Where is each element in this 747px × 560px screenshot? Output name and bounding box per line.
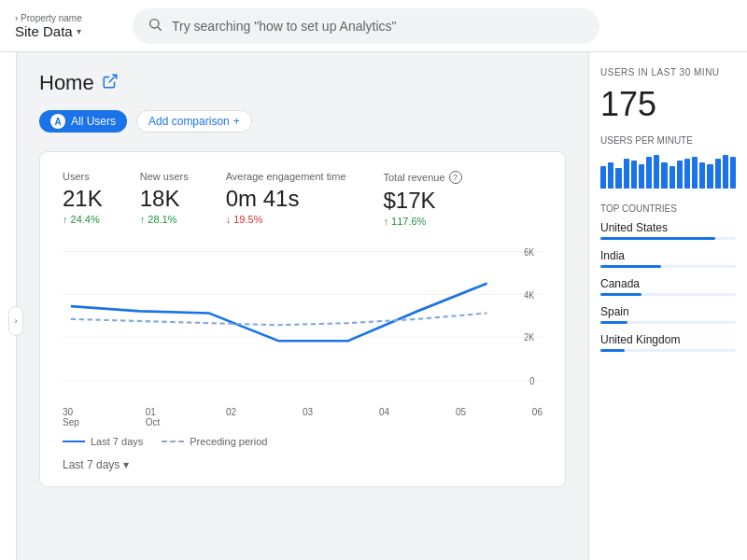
- country-name: United States: [600, 221, 736, 234]
- content-area: Home A All Users Add comparison +: [17, 52, 588, 560]
- mini-bar: [707, 164, 712, 189]
- country-bar-bg: [600, 349, 736, 352]
- metric-revenue-change: ↑ 117.6%: [384, 216, 462, 227]
- date-range-label: Last 7 days: [63, 458, 120, 471]
- search-placeholder-text: Try searching "how to set up Analytics": [172, 19, 397, 34]
- mini-bar: [654, 155, 659, 189]
- mini-bar: [669, 166, 675, 189]
- chart-container: 6K 4K 2K 0 30Sep 01Oct 02 03 04 05: [63, 242, 543, 428]
- realtime-title: USERS IN LAST 30 MINU: [600, 67, 736, 77]
- country-name: Spain: [600, 305, 736, 318]
- mini-bar: [715, 159, 721, 189]
- date-range-arrow-icon: ▾: [123, 458, 129, 471]
- country-item: United Kingdom: [600, 333, 736, 352]
- metric-engagement: Average engagement time 0m 41s ↓ 19.5%: [226, 171, 346, 227]
- metric-users-change: ↑ 24.4%: [63, 214, 103, 225]
- date-range-selector[interactable]: Last 7 days ▾: [63, 458, 543, 471]
- comparison-row: A All Users Add comparison +: [39, 110, 566, 133]
- search-bar[interactable]: Try searching "how to set up Analytics": [133, 8, 599, 44]
- badge-letter: A: [50, 114, 65, 129]
- search-icon: [148, 17, 162, 35]
- metric-engagement-value: 0m 41s: [226, 186, 346, 212]
- all-users-label: All Users: [71, 115, 116, 128]
- svg-point-0: [150, 19, 159, 27]
- page-title: Home: [39, 71, 94, 95]
- x-label-5: 05: [456, 407, 466, 427]
- country-item: India: [600, 249, 736, 268]
- country-item: United States: [600, 221, 736, 240]
- page-title-row: Home: [39, 71, 566, 95]
- help-icon[interactable]: ?: [449, 171, 462, 184]
- mini-bar: [661, 162, 667, 189]
- metric-new-users-change: ↑ 28.1%: [140, 214, 189, 225]
- mini-bar: [624, 159, 629, 189]
- chart-legend: Last 7 days Preceding period: [63, 436, 543, 447]
- x-label-0: 30Sep: [63, 407, 79, 427]
- sidebar-toggle-button[interactable]: ›: [8, 306, 23, 336]
- country-bar-fill: [600, 293, 641, 296]
- metric-users-label: Users: [63, 171, 103, 182]
- legend-solid-label: Last 7 days: [91, 436, 143, 447]
- add-comparison-button[interactable]: Add comparison +: [136, 110, 252, 133]
- mini-bar: [615, 168, 621, 189]
- metric-users-value: 21K: [63, 186, 103, 212]
- chart-x-labels: 30Sep 01Oct 02 03 04 05 06: [63, 403, 543, 427]
- country-item: Spain: [600, 305, 736, 324]
- mini-bar: [699, 162, 705, 189]
- breadcrumb-area: › Property name Site Data ▾: [15, 13, 118, 39]
- top-countries-title: TOP COUNTRIES: [600, 203, 736, 214]
- metric-users: Users 21K ↑ 24.4%: [63, 171, 103, 227]
- mini-bar: [631, 161, 637, 189]
- country-name: United Kingdom: [600, 333, 736, 346]
- breadcrumb: › Property name: [15, 13, 118, 23]
- country-bar-fill: [600, 321, 627, 324]
- country-name: Canada: [600, 277, 736, 290]
- legend-solid-line: [63, 441, 85, 442]
- all-users-badge[interactable]: A All Users: [39, 110, 127, 133]
- country-bar-bg: [600, 293, 736, 296]
- mini-bar: [730, 157, 736, 189]
- mini-bar: [600, 166, 606, 189]
- site-data-dropdown[interactable]: Site Data ▾: [15, 23, 118, 39]
- add-icon: +: [233, 115, 240, 128]
- x-label-1: 01Oct: [146, 407, 161, 427]
- mini-bar: [677, 161, 683, 189]
- add-comparison-label: Add comparison: [148, 115, 230, 128]
- metric-engagement-label: Average engagement time: [226, 171, 346, 182]
- x-label-4: 04: [379, 407, 389, 427]
- legend-dashed-label: Preceding period: [190, 436, 267, 447]
- metric-revenue-value: $17K: [384, 188, 462, 214]
- metric-new-users-value: 18K: [140, 186, 189, 212]
- country-item: Canada: [600, 277, 736, 296]
- share-icon[interactable]: [102, 73, 119, 94]
- mini-bar: [646, 157, 652, 189]
- mini-bar: [692, 157, 698, 189]
- mini-bar: [639, 164, 644, 189]
- legend-solid: Last 7 days: [63, 436, 143, 447]
- metric-new-users-label: New users: [140, 171, 189, 182]
- main-layout: › Home A All Users Add comparison +: [0, 52, 747, 560]
- mini-bar: [608, 162, 613, 189]
- x-label-2: 02: [226, 407, 236, 427]
- metric-revenue-label: Total revenue ?: [384, 171, 462, 184]
- mini-bar-chart: [600, 151, 736, 189]
- top-navigation: › Property name Site Data ▾ Try searchin…: [0, 0, 747, 52]
- country-bar-bg: [600, 321, 736, 324]
- line-chart: 6K 4K 2K 0: [63, 242, 543, 400]
- svg-line-1: [158, 27, 162, 31]
- site-data-label-text: Site Data: [15, 23, 73, 39]
- dropdown-arrow-icon: ▾: [77, 26, 81, 36]
- country-bar-bg: [600, 237, 736, 240]
- country-bar-fill: [600, 265, 661, 268]
- x-label-3: 03: [303, 407, 313, 427]
- mini-bar: [684, 159, 690, 189]
- users-per-minute-title: USERS PER MINUTE: [600, 135, 736, 146]
- country-bar-fill: [600, 349, 625, 352]
- right-panel: USERS IN LAST 30 MINU 175 USERS PER MINU…: [588, 52, 747, 560]
- svg-text:4K: 4K: [524, 289, 534, 301]
- svg-line-2: [108, 75, 116, 82]
- country-name: India: [600, 249, 736, 262]
- svg-text:6K: 6K: [524, 246, 534, 258]
- metric-new-users: New users 18K ↑ 28.1%: [140, 171, 189, 227]
- country-bar-fill: [600, 237, 715, 240]
